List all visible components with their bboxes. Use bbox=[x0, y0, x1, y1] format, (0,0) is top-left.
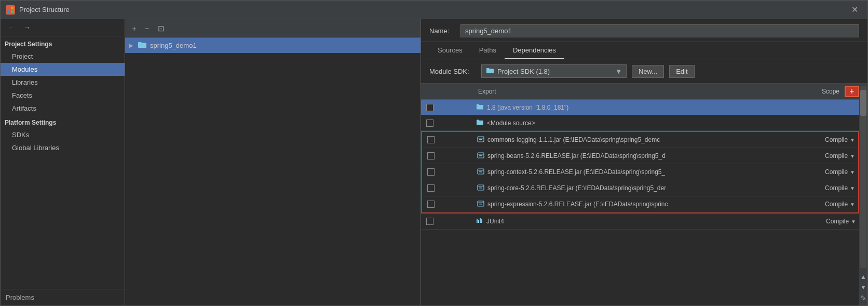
expand-triangle-icon: ▶ bbox=[129, 43, 133, 48]
dep-jar-icon bbox=[477, 136, 484, 144]
dep-scope-spring-beans: Compile bbox=[825, 152, 848, 159]
tab-dependencies[interactable]: Dependencies bbox=[505, 42, 564, 59]
dep-scope-chevron-icon[interactable]: ▼ bbox=[850, 137, 855, 143]
dep-row-jdk[interactable]: 1.8 (java version "1.8.0_181") bbox=[421, 100, 859, 115]
scrollbar-thumb[interactable] bbox=[860, 90, 866, 116]
sdk-label: Module SDK: bbox=[429, 68, 476, 75]
vertical-scrollbar[interactable]: ▲ ▼ ✎ bbox=[859, 84, 867, 305]
dep-checkbox-spring-context[interactable] bbox=[427, 168, 435, 176]
svg-rect-9 bbox=[479, 155, 482, 156]
copy-module-button[interactable]: ⊡ bbox=[155, 22, 167, 35]
tabs-row: Sources Paths Dependencies bbox=[421, 42, 867, 59]
problems-section[interactable]: Problems bbox=[1, 289, 125, 305]
dep-row-spring-context[interactable]: spring-context-5.2.6.RELEASE.jar (E:\IED… bbox=[422, 164, 858, 180]
dep-jar-icon-context bbox=[477, 168, 484, 176]
sdk-row: Module SDK: Project SDK (1.8) ▼ New... E… bbox=[421, 59, 867, 84]
dep-scope-commons-logging: Compile bbox=[825, 136, 848, 143]
sidebar-item-libraries[interactable]: Libraries bbox=[1, 76, 125, 89]
dep-header-export: Export bbox=[473, 86, 525, 97]
dep-name-spring-expression: spring-expression-5.2.6.RELEASE.jar (E:\… bbox=[487, 201, 668, 208]
main-content: ← → Project Settings Project Modules Lib… bbox=[1, 19, 867, 305]
svg-rect-3 bbox=[11, 10, 13, 13]
sidebar-item-modules[interactable]: Modules bbox=[1, 63, 125, 76]
sidebar: ← → Project Settings Project Modules Lib… bbox=[1, 19, 125, 305]
dep-jar-icon-core bbox=[477, 184, 484, 192]
svg-rect-1 bbox=[11, 7, 13, 9]
dep-scope-chevron-expression-icon[interactable]: ▼ bbox=[850, 202, 855, 207]
svg-rect-18 bbox=[479, 204, 482, 205]
dep-scope-spring-core: Compile bbox=[825, 184, 848, 192]
tab-sources[interactable]: Sources bbox=[429, 42, 471, 59]
dep-add-button[interactable]: + bbox=[845, 86, 859, 97]
dep-scope-spring-expression: Compile bbox=[825, 201, 848, 208]
sdk-chevron-icon: ▼ bbox=[615, 68, 622, 75]
dep-checkbox-spring-beans[interactable] bbox=[427, 152, 435, 159]
dep-scope-chevron-beans-icon[interactable]: ▼ bbox=[850, 153, 855, 159]
sidebar-item-project[interactable]: Project bbox=[1, 50, 125, 63]
right-panel: Name: Sources Paths Dependencies Module … bbox=[421, 19, 867, 305]
dep-scope-chevron-junit-icon[interactable]: ▼ bbox=[851, 219, 856, 224]
sdk-folder-icon bbox=[486, 67, 494, 75]
dep-scope-spring-context: Compile bbox=[825, 168, 848, 176]
scrollbar-track bbox=[860, 86, 866, 268]
window-title: Project Structure bbox=[19, 6, 847, 14]
dep-checkbox-junit4[interactable] bbox=[426, 218, 433, 225]
title-bar: Project Structure ✕ bbox=[1, 1, 867, 19]
platform-settings-header: Platform Settings bbox=[1, 115, 125, 128]
svg-rect-12 bbox=[479, 171, 482, 172]
dep-row-junit4[interactable]: JUnit4 Compile ▼ bbox=[421, 214, 859, 230]
dep-checkbox-spring-expression[interactable] bbox=[427, 201, 435, 208]
dep-jar-icon-expression bbox=[477, 200, 484, 208]
edit-dep-button[interactable]: ✎ bbox=[859, 293, 867, 303]
module-name: spring5_demo1 bbox=[150, 42, 197, 49]
svg-rect-21 bbox=[480, 218, 481, 223]
dep-row-spring-core[interactable]: spring-core-5.2.6.RELEASE.jar (E:\IEDADa… bbox=[422, 180, 858, 196]
svg-rect-20 bbox=[478, 220, 479, 223]
sdk-new-button[interactable]: New... bbox=[632, 65, 664, 78]
sidebar-nav: ← → bbox=[1, 19, 125, 36]
sidebar-item-artifacts[interactable]: Artifacts bbox=[1, 102, 125, 115]
name-label: Name: bbox=[429, 27, 455, 35]
dep-name-jdk: 1.8 (java version "1.8.0_181") bbox=[487, 104, 568, 111]
name-row: Name: bbox=[421, 19, 867, 42]
forward-button[interactable]: → bbox=[21, 22, 33, 33]
dep-checkbox-module-source[interactable] bbox=[426, 119, 433, 127]
add-module-button[interactable]: + bbox=[129, 22, 139, 34]
sidebar-item-facets[interactable]: Facets bbox=[1, 89, 125, 102]
dep-checkbox-commons-logging[interactable] bbox=[427, 136, 435, 143]
sidebar-item-global-libraries[interactable]: Global Libraries bbox=[1, 141, 125, 154]
dep-scope-chevron-context-icon[interactable]: ▼ bbox=[850, 169, 855, 175]
dep-row-spring-expression[interactable]: spring-expression-5.2.6.RELEASE.jar (E:\… bbox=[422, 196, 858, 212]
dep-row-spring-beans[interactable]: spring-beans-5.2.6.RELEASE.jar (E:\IEDAD… bbox=[422, 148, 858, 164]
module-toolbar: + − ⊡ bbox=[125, 19, 421, 38]
dep-row-module-source[interactable]: <Module source> bbox=[421, 115, 859, 131]
dep-table-wrapper: Export Scope + bbox=[421, 84, 867, 305]
remove-module-button[interactable]: − bbox=[142, 22, 152, 34]
app-icon bbox=[6, 5, 15, 15]
dep-module-folder-icon bbox=[476, 119, 484, 127]
side-action-buttons: ▲ ▼ ✎ bbox=[859, 270, 867, 305]
move-down-button[interactable]: ▼ bbox=[859, 283, 867, 292]
dep-name-spring-context: spring-context-5.2.6.RELEASE.jar (E:\IED… bbox=[487, 168, 665, 176]
dep-checkbox-spring-core[interactable] bbox=[427, 184, 435, 192]
dep-folder-icon bbox=[476, 103, 484, 111]
move-up-button[interactable]: ▲ bbox=[859, 272, 867, 282]
sdk-dropdown[interactable]: Project SDK (1.8) ▼ bbox=[481, 64, 627, 78]
dep-name-junit4: JUnit4 bbox=[486, 218, 504, 225]
dep-checkbox-jdk[interactable] bbox=[426, 104, 433, 111]
dep-scope-junit4: Compile bbox=[826, 218, 849, 225]
close-button[interactable]: ✕ bbox=[847, 3, 862, 17]
back-button[interactable]: ← bbox=[6, 22, 17, 33]
name-input[interactable] bbox=[460, 24, 859, 37]
dep-row-commons-logging[interactable]: commons-logging-1.1.1.jar (E:\IEDAData\s… bbox=[422, 132, 858, 148]
dep-scope-chevron-core-icon[interactable]: ▼ bbox=[850, 185, 855, 191]
dep-table-container: Export Scope + bbox=[421, 84, 859, 305]
project-settings-header: Project Settings bbox=[1, 36, 125, 50]
sdk-edit-button[interactable]: Edit bbox=[669, 65, 694, 78]
module-row-spring5[interactable]: ▶ spring5_demo1 bbox=[125, 38, 421, 53]
svg-rect-15 bbox=[479, 188, 482, 189]
dep-name-commons-logging: commons-logging-1.1.1.jar (E:\IEDAData\s… bbox=[487, 136, 660, 143]
tab-paths[interactable]: Paths bbox=[471, 42, 505, 59]
sidebar-item-sdks[interactable]: SDKs bbox=[1, 128, 125, 141]
dep-name-spring-core: spring-core-5.2.6.RELEASE.jar (E:\IEDADa… bbox=[487, 184, 666, 192]
